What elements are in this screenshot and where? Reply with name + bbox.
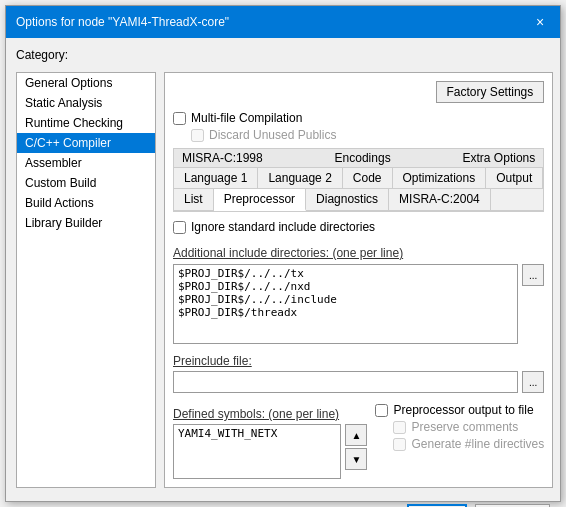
tab-language-2[interactable]: Language 2: [258, 168, 342, 188]
category-panel: General Options Static Analysis Runtime …: [16, 72, 156, 488]
tabs-row2: List Preprocessor Diagnostics MISRA-C:20…: [174, 189, 543, 211]
include-dirs-area: Additional include directories: (one per…: [173, 242, 544, 344]
sidebar-item-static-analysis[interactable]: Static Analysis: [17, 93, 155, 113]
preserve-comments-checkbox[interactable]: [393, 421, 406, 434]
preprocessor-output-checkbox[interactable]: [375, 404, 388, 417]
ignore-standard-checkbox[interactable]: [173, 221, 186, 234]
checkbox-row: Multi-file Compilation Discard Unused Pu…: [173, 111, 544, 142]
preserve-comments-row: Preserve comments: [375, 420, 544, 434]
category-label: Category:: [16, 48, 550, 62]
sidebar-item-runtime-checking[interactable]: Runtime Checking: [17, 113, 155, 133]
preinclude-row: Preinclude file: ...: [173, 350, 544, 393]
preserve-comments-label: Preserve comments: [411, 420, 518, 434]
dialog-title: Options for node "YAMI4-ThreadX-core": [16, 15, 229, 29]
multifile-compilation-checkbox[interactable]: [173, 112, 186, 125]
title-bar: Options for node "YAMI4-ThreadX-core" ×: [6, 6, 560, 38]
preprocessor-output-label: Preprocessor output to file: [393, 403, 533, 417]
tab-language-1[interactable]: Language 1: [174, 168, 258, 188]
defined-symbols-area: Defined symbols: (one per line) YAMI4_WI…: [173, 403, 367, 479]
include-dirs-container: $PROJ_DIR$/../../tx $PROJ_DIR$/../../nxd…: [173, 264, 544, 344]
misra-tabs: MISRA-C:1998 Encodings Extra Options Lan…: [173, 148, 544, 212]
tab-optimizations[interactable]: Optimizations: [393, 168, 487, 188]
preinclude-dots-button[interactable]: ...: [522, 371, 544, 393]
tab-misra-2004[interactable]: MISRA-C:2004: [389, 189, 491, 210]
symbols-up-button[interactable]: ▲: [345, 424, 367, 446]
generate-line-label: Generate #line directives: [411, 437, 544, 451]
content-panel: Factory Settings Multi-file Compilation …: [164, 72, 553, 488]
extra-options-label: Extra Options: [463, 151, 536, 165]
include-dirs-dots-button[interactable]: ...: [522, 264, 544, 286]
include-dirs-scroll-btns: ...: [522, 264, 544, 344]
main-dialog: Options for node "YAMI4-ThreadX-core" × …: [5, 5, 561, 502]
preprocessor-output-area: Preprocessor output to file Preserve com…: [375, 403, 544, 479]
tab-code[interactable]: Code: [343, 168, 393, 188]
generate-line-checkbox[interactable]: [393, 438, 406, 451]
encodings-label: Encodings: [335, 151, 391, 165]
top-row: Factory Settings: [173, 81, 544, 103]
defined-symbols-label: Defined symbols: (one per line): [173, 407, 367, 421]
dialog-body: Category: General Options Static Analysi…: [6, 38, 560, 498]
preinclude-label: Preinclude file:: [173, 354, 544, 368]
preinclude-input[interactable]: [173, 371, 518, 393]
tab-preprocessor[interactable]: Preprocessor: [214, 189, 306, 211]
sidebar-item-library-builder[interactable]: Library Builder: [17, 213, 155, 233]
sidebar-item-c-cpp-compiler[interactable]: C/C++ Compiler: [17, 133, 155, 153]
additional-include-label: Additional include directories: (one per…: [173, 246, 544, 260]
sidebar-item-general-options[interactable]: General Options: [17, 73, 155, 93]
sidebar-item-build-actions[interactable]: Build Actions: [17, 193, 155, 213]
symbols-scroll-btns: ▲ ▼: [345, 424, 367, 479]
sidebar-item-custom-build[interactable]: Custom Build: [17, 173, 155, 193]
ignore-standard-label: Ignore standard include directories: [191, 220, 375, 234]
misra-title: MISRA-C:1998: [182, 151, 263, 165]
factory-settings-button[interactable]: Factory Settings: [436, 81, 545, 103]
symbols-textarea-row: YAMI4_WITH_NETX ▲ ▼: [173, 424, 367, 479]
symbols-down-button[interactable]: ▼: [345, 448, 367, 470]
generate-line-row: Generate #line directives: [375, 437, 544, 451]
multifile-compilation-label: Multi-file Compilation: [191, 111, 302, 125]
defined-symbols-textarea[interactable]: YAMI4_WITH_NETX: [173, 424, 341, 479]
discard-unused-publics-checkbox[interactable]: [191, 129, 204, 142]
multifile-compilation-row: Multi-file Compilation: [173, 111, 544, 125]
dialog-footer: OK Cancel: [6, 498, 560, 507]
misra-header: MISRA-C:1998 Encodings Extra Options: [174, 149, 543, 168]
tabs-row1: Language 1 Language 2 Code Optimizations…: [174, 168, 543, 189]
preprocessor-output-row: Preprocessor output to file: [375, 403, 544, 417]
tab-diagnostics[interactable]: Diagnostics: [306, 189, 389, 210]
bottom-section: Defined symbols: (one per line) YAMI4_WI…: [173, 403, 544, 479]
include-dirs-textarea[interactable]: $PROJ_DIR$/../../tx $PROJ_DIR$/../../nxd…: [173, 264, 518, 344]
preinclude-input-row: ...: [173, 371, 544, 393]
ignore-standard-row: Ignore standard include directories: [173, 220, 544, 234]
tab-output[interactable]: Output: [486, 168, 543, 188]
sidebar-item-assembler[interactable]: Assembler: [17, 153, 155, 173]
discard-unused-publics-label: Discard Unused Publics: [209, 128, 336, 142]
discard-unused-publics-row: Discard Unused Publics: [173, 128, 544, 142]
main-area: General Options Static Analysis Runtime …: [16, 72, 550, 488]
close-icon[interactable]: ×: [530, 12, 550, 32]
tab-list[interactable]: List: [174, 189, 214, 210]
